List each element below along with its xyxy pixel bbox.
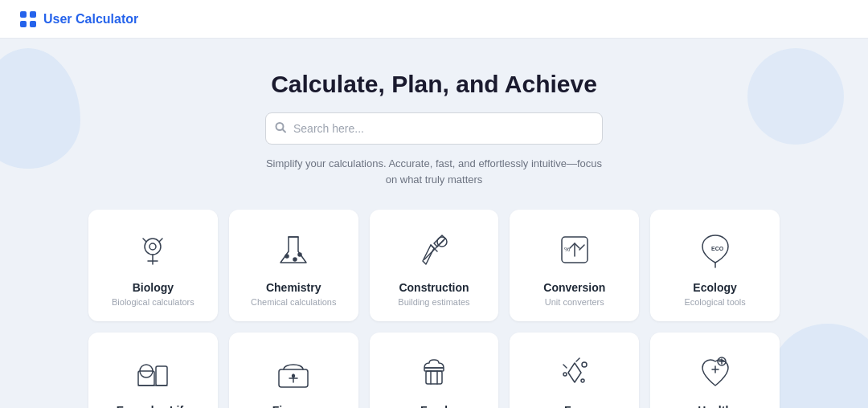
- page-title: Calculate, Plan, and Achieve: [271, 71, 597, 98]
- finance-icon: [269, 350, 317, 394]
- subtitle-text: Simplify your calculations. Accurate, fa…: [265, 156, 603, 187]
- header: User Calculator: [0, 0, 868, 39]
- card-construction[interactable]: Construction Building estimates: [370, 210, 499, 321]
- card-ecology-subtitle: Ecological tools: [684, 297, 745, 307]
- card-finance[interactable]: Finance Financial tools: [229, 333, 358, 408]
- main-content: Calculate, Plan, and Achieve Simplify yo…: [0, 39, 868, 408]
- svg-rect-1: [30, 11, 36, 18]
- svg-point-37: [563, 373, 567, 376]
- ecology-icon: ECO: [691, 227, 739, 271]
- svg-rect-3: [30, 21, 36, 27]
- svg-point-31: [293, 374, 295, 377]
- food-icon: [410, 350, 458, 394]
- svg-point-6: [145, 239, 161, 255]
- svg-point-15: [298, 253, 301, 256]
- svg-rect-26: [156, 366, 167, 386]
- svg-rect-0: [20, 11, 27, 18]
- logo-area[interactable]: User Calculator: [19, 10, 138, 28]
- card-construction-subtitle: Building estimates: [398, 297, 469, 307]
- fun-icon: [551, 350, 599, 394]
- grid-icon: [19, 10, 37, 28]
- card-everyday-life[interactable]: Everyday Life Daily calculators: [88, 333, 218, 408]
- conversion-icon: %: [551, 227, 599, 271]
- card-biology-subtitle: Biological calculators: [112, 297, 194, 307]
- card-chemistry-title: Chemistry: [266, 281, 321, 294]
- card-conversion[interactable]: % Conversion Unit converters: [510, 210, 639, 321]
- search-input[interactable]: [265, 112, 603, 145]
- logo-text: User Calculator: [43, 12, 138, 27]
- card-ecology-title: Ecology: [693, 281, 736, 294]
- chemistry-icon: [269, 227, 317, 271]
- search-wrapper: [265, 112, 603, 145]
- card-food-title: Food: [420, 404, 448, 408]
- card-food[interactable]: Food Nutritional calculators: [370, 333, 499, 408]
- svg-point-36: [582, 362, 587, 367]
- svg-point-38: [581, 379, 584, 382]
- svg-rect-33: [426, 371, 442, 384]
- svg-line-5: [283, 129, 286, 133]
- card-chemistry[interactable]: Chemistry Chemical calculations: [229, 210, 358, 321]
- card-finance-title: Finance: [272, 404, 315, 408]
- card-fun-title: Fun: [564, 404, 585, 408]
- card-ecology[interactable]: ECO Ecology Ecological tools: [650, 210, 780, 321]
- card-chemistry-subtitle: Chemical calculations: [251, 297, 336, 307]
- card-health-title: Health: [698, 404, 732, 408]
- svg-line-10: [143, 239, 146, 242]
- search-icon: [275, 122, 286, 136]
- card-conversion-title: Conversion: [543, 281, 605, 294]
- svg-line-11: [159, 239, 162, 242]
- everyday-icon: [129, 350, 177, 394]
- svg-text:%: %: [564, 246, 570, 253]
- construction-icon: [410, 227, 458, 271]
- svg-point-13: [285, 255, 289, 258]
- cards-grid: Biology Biological calculators Chemistry…: [88, 210, 780, 408]
- card-conversion-subtitle: Unit converters: [545, 297, 604, 307]
- svg-point-14: [293, 258, 297, 261]
- card-construction-title: Construction: [399, 281, 469, 294]
- card-everyday-title: Everyday Life: [117, 404, 190, 408]
- svg-line-40: [563, 365, 567, 368]
- svg-point-9: [149, 243, 156, 250]
- card-fun[interactable]: Fun Entertaining tools: [510, 333, 639, 408]
- card-biology[interactable]: Biology Biological calculators: [88, 210, 218, 321]
- svg-line-39: [576, 358, 579, 361]
- biology-icon: [129, 227, 177, 271]
- card-health[interactable]: Health Health metrics: [650, 333, 780, 408]
- svg-rect-2: [20, 21, 27, 27]
- svg-text:ECO: ECO: [711, 246, 724, 251]
- card-biology-title: Biology: [133, 281, 174, 294]
- health-icon: [691, 350, 739, 394]
- svg-line-22: [579, 245, 584, 250]
